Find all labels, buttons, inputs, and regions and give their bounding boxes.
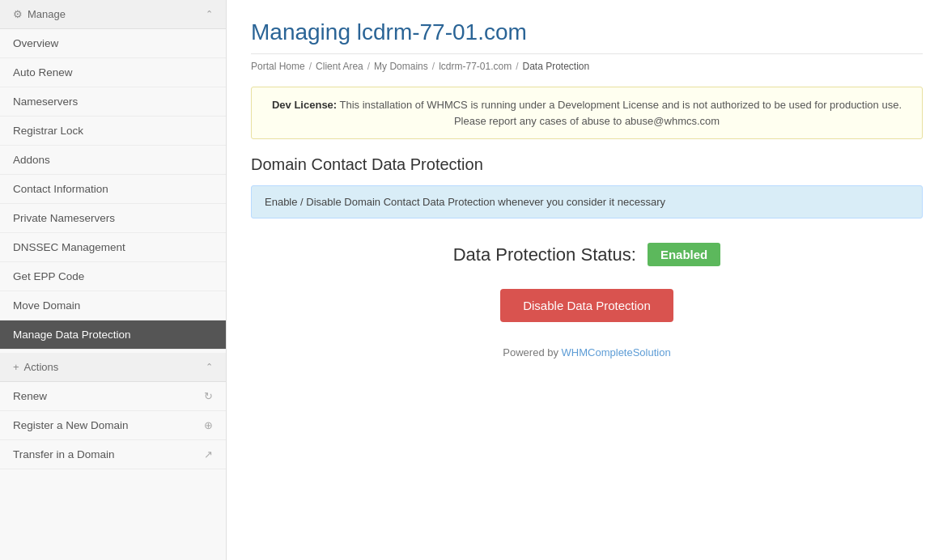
main-content: Managing lcdrm-77-01.com Portal Home / C… <box>227 0 947 560</box>
sidebar-item-nameservers[interactable]: Nameservers <box>0 87 226 117</box>
chevron-up-icon: ⌃ <box>206 9 213 19</box>
sidebar-item-label-addons: Addons <box>13 154 50 166</box>
gear-icon: ⚙ <box>13 8 23 20</box>
sidebar-item-label-register-new-domain: Register a New Domain <box>13 419 129 431</box>
alert-text: This installation of WHMCS is running un… <box>340 99 902 127</box>
sidebar-item-dnssec-management[interactable]: DNSSEC Management <box>0 233 226 262</box>
sidebar-item-move-domain[interactable]: Move Domain <box>0 291 226 320</box>
sidebar-item-registrar-lock[interactable]: Registrar Lock <box>0 117 226 146</box>
powered-by-text: Powered by <box>503 346 561 358</box>
sep4: / <box>516 61 518 72</box>
breadcrumb-current: Data Protection <box>523 61 590 72</box>
sidebar-manage-items: OverviewAuto RenewNameserversRegistrar L… <box>0 29 226 350</box>
sidebar-item-label-transfer-in-domain: Transfer in a Domain <box>13 448 115 460</box>
info-text: Enable / Disable Domain Contact Data Pro… <box>265 196 665 208</box>
section-title: Domain Contact Data Protection <box>251 155 923 174</box>
sidebar-item-label-nameservers: Nameservers <box>13 95 78 108</box>
sidebar-item-icon-transfer-in-domain: ↗ <box>204 448 213 460</box>
sidebar-item-private-nameservers[interactable]: Private Nameservers <box>0 204 226 233</box>
breadcrumb: Portal Home / Client Area / My Domains /… <box>251 61 923 72</box>
sidebar-item-renew[interactable]: Renew↻ <box>0 382 226 411</box>
sidebar-actions-label: Actions <box>24 361 59 373</box>
breadcrumb-portal-home[interactable]: Portal Home <box>251 61 305 72</box>
sidebar-item-contact-information[interactable]: Contact Information <box>0 175 226 204</box>
alert-label: Dev License: <box>272 99 337 111</box>
breadcrumb-client-area[interactable]: Client Area <box>316 61 363 72</box>
status-label: Data Protection Status: <box>453 244 636 265</box>
sep2: / <box>367 61 370 72</box>
sidebar-actions-header[interactable]: + Actions ⌃ <box>0 353 226 382</box>
sidebar-item-icon-renew: ↻ <box>204 390 213 402</box>
dev-license-alert: Dev License: This installation of WHMCS … <box>251 87 923 139</box>
sidebar-item-label-contact-information: Contact Information <box>13 183 108 195</box>
status-row: Data Protection Status: Enabled <box>251 243 923 266</box>
status-badge: Enabled <box>648 243 720 266</box>
breadcrumb-domain[interactable]: lcdrm-77-01.com <box>439 61 512 72</box>
sidebar-item-label-dnssec-management: DNSSEC Management <box>13 241 125 253</box>
sidebar-item-label-renew: Renew <box>13 390 47 402</box>
sidebar-item-label-get-epp-code: Get EPP Code <box>13 270 84 282</box>
info-box: Enable / Disable Domain Contact Data Pro… <box>251 185 923 218</box>
sidebar-item-label-move-domain: Move Domain <box>13 299 80 312</box>
chevron-up-actions-icon: ⌃ <box>206 362 213 372</box>
sidebar-item-overview[interactable]: Overview <box>0 29 226 58</box>
sidebar-item-get-epp-code[interactable]: Get EPP Code <box>0 262 226 291</box>
powered-by-link[interactable]: WHMCompleteSolution <box>562 346 671 358</box>
page-title: Managing lcdrm-77-01.com <box>251 19 923 54</box>
sidebar-item-manage-data-protection[interactable]: Manage Data Protection <box>0 320 226 350</box>
sidebar-item-addons[interactable]: Addons <box>0 146 226 175</box>
sidebar-item-icon-register-new-domain: ⊕ <box>204 419 213 431</box>
disable-data-protection-button[interactable]: Disable Data Protection <box>500 289 673 322</box>
sidebar-item-label-private-nameservers: Private Nameservers <box>13 212 115 224</box>
sidebar-item-transfer-in-domain[interactable]: Transfer in a Domain↗ <box>0 440 226 469</box>
plus-icon: + <box>13 361 19 373</box>
sidebar: ⚙ Manage ⌃ OverviewAuto RenewNameservers… <box>0 0 227 560</box>
sidebar-manage-header: ⚙ Manage ⌃ <box>0 0 226 29</box>
sidebar-manage-label: Manage <box>28 8 66 20</box>
sidebar-item-label-overview: Overview <box>13 37 58 49</box>
breadcrumb-my-domains[interactable]: My Domains <box>374 61 428 72</box>
sep3: / <box>432 61 435 72</box>
sep1: / <box>309 61 312 72</box>
sidebar-item-label-manage-data-protection: Manage Data Protection <box>13 329 131 341</box>
sidebar-item-auto-renew[interactable]: Auto Renew <box>0 58 226 87</box>
powered-by: Powered by WHMCompleteSolution <box>251 346 923 358</box>
sidebar-actions-items: Renew↻Register a New Domain⊕Transfer in … <box>0 382 226 469</box>
sidebar-item-register-new-domain[interactable]: Register a New Domain⊕ <box>0 411 226 440</box>
sidebar-item-label-registrar-lock: Registrar Lock <box>13 125 83 137</box>
sidebar-item-label-auto-renew: Auto Renew <box>13 66 73 78</box>
